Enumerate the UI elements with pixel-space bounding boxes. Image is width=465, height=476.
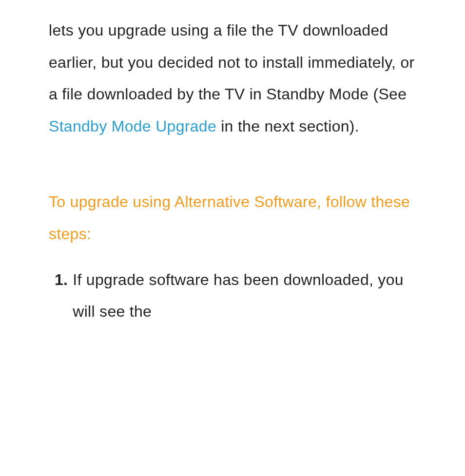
list-item: 1. If upgrade software has been download… <box>55 264 416 328</box>
intro-part1: lets you upgrade using a file the TV dow… <box>49 21 415 103</box>
section-heading: To upgrade using Alternative Software, f… <box>49 186 416 250</box>
standby-mode-upgrade-link[interactable]: Standby Mode Upgrade <box>49 117 216 135</box>
steps-list: 1. If upgrade software has been download… <box>49 264 416 328</box>
list-number-1: 1. <box>55 264 68 328</box>
intro-part2: in the next section). <box>216 117 359 135</box>
step-1-text: If upgrade software has been downloaded,… <box>73 264 416 328</box>
intro-paragraph: lets you upgrade using a file the TV dow… <box>49 15 416 142</box>
